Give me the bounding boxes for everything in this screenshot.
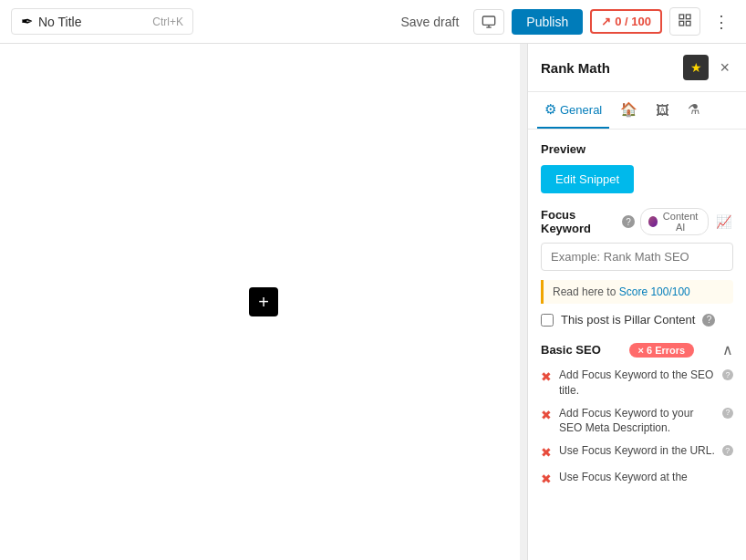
editor-area: + — [0, 44, 527, 560]
post-title: No Title — [38, 15, 81, 29]
monitor-button[interactable] — [473, 9, 504, 35]
shortcut-hint: Ctrl+K — [152, 16, 183, 28]
pillar-help-icon[interactable]: ? — [702, 314, 715, 327]
main-area: + Rank Math ★ × ⚙ General 🏠 🖼 ⚗ — [0, 44, 746, 560]
seo-item: ✖ Use Focus Keyword in the URL. ? — [541, 443, 733, 462]
tab-general[interactable]: ⚙ General — [537, 92, 609, 129]
editor-scrollbar[interactable] — [520, 44, 527, 560]
seo-item-text-2: Add Focus Keyword to your SEO Meta Descr… — [559, 406, 715, 437]
score-100-link[interactable]: Score 100/100 — [619, 285, 690, 298]
errors-badge-label: × 6 Errors — [638, 345, 686, 356]
rank-math-sidebar: Rank Math ★ × ⚙ General 🏠 🖼 ⚗ — [527, 44, 746, 560]
seo-error-icon-2: ✖ — [541, 407, 552, 425]
seo-item: ✖ Add Focus Keyword to the SEO title. ? — [541, 368, 733, 399]
focus-keyword-row: Focus Keyword ? Content AI 📈 — [541, 208, 733, 235]
rank-score-icon: ↗ — [601, 15, 611, 28]
focus-keyword-label: Focus Keyword — [541, 208, 616, 235]
edit-snippet-button[interactable]: Edit Snippet — [541, 165, 634, 193]
errors-badge: × 6 Errors — [629, 343, 695, 358]
preview-section-title: Preview — [541, 142, 733, 156]
seo-item-text-4: Use Focus Keyword at the — [559, 470, 688, 485]
svg-rect-0 — [483, 16, 495, 25]
trend-icon: 📈 — [716, 214, 731, 229]
seo-item-help-1[interactable]: ? — [722, 369, 733, 380]
seo-item: ✖ Add Focus Keyword to your SEO Meta Des… — [541, 406, 733, 437]
seo-error-icon-4: ✖ — [541, 471, 552, 489]
svg-rect-5 — [679, 21, 684, 26]
seo-error-icon-3: ✖ — [541, 444, 552, 462]
rank-score-value: 0 / 100 — [615, 15, 651, 28]
publish-button[interactable]: Publish — [512, 9, 583, 35]
score-hint: Read here to Score 100/100 — [541, 280, 733, 304]
svg-rect-6 — [686, 21, 690, 26]
content-ai-circle-icon — [648, 216, 658, 227]
sidebar-close-button[interactable]: × — [716, 57, 733, 79]
toolbar-left: ✒ No Title Ctrl+K — [11, 8, 386, 35]
basic-seo-header: Basic SEO × 6 Errors ∧ — [541, 341, 733, 358]
gear-icon: ⚙ — [544, 101, 556, 118]
more-options-button[interactable]: ⋮ — [708, 8, 735, 36]
layout-icon — [678, 13, 692, 27]
sidebar-content: Preview Edit Snippet Focus Keyword ? Con… — [528, 130, 746, 560]
sidebar-title: Rank Math — [541, 60, 683, 76]
seo-item-help-3[interactable]: ? — [722, 445, 733, 456]
sidebar-star-button[interactable]: ★ — [683, 55, 709, 80]
add-block-button[interactable]: + — [249, 287, 278, 316]
basic-seo-title: Basic SEO — [541, 343, 601, 357]
svg-rect-3 — [679, 15, 684, 19]
seo-item-help-2[interactable]: ? — [722, 408, 733, 419]
pillar-checkbox[interactable] — [541, 314, 554, 327]
svg-rect-4 — [686, 15, 690, 19]
title-area[interactable]: ✒ No Title Ctrl+K — [11, 8, 193, 35]
toolbar: ✒ No Title Ctrl+K Save draft Publish ↗ 0… — [0, 0, 746, 44]
pillar-row: This post is Pillar Content ? — [541, 313, 733, 327]
seo-error-icon-1: ✖ — [541, 368, 552, 387]
layout-button[interactable] — [669, 7, 700, 36]
basic-seo-collapse-button[interactable]: ∧ — [722, 341, 733, 358]
pillar-label: This post is Pillar Content — [561, 313, 695, 327]
seo-items-list: ✖ Add Focus Keyword to the SEO title. ? … — [541, 368, 733, 488]
star-icon: ★ — [690, 60, 702, 75]
focus-keyword-input[interactable] — [541, 243, 733, 271]
content-ai-button[interactable]: Content AI — [640, 208, 709, 235]
seo-item: ✖ Use Focus Keyword at the — [541, 470, 733, 489]
social-icon: 🏠 — [620, 101, 637, 118]
content-ai-label: Content AI — [660, 211, 700, 233]
sidebar-tabs: ⚙ General 🏠 🖼 ⚗ — [528, 92, 746, 130]
monitor-icon — [482, 15, 496, 29]
tab-advanced[interactable]: ⚗ — [680, 92, 707, 129]
tab-general-label: General — [560, 103, 602, 117]
advanced-icon: ⚗ — [688, 101, 699, 118]
seo-item-text-1: Add Focus Keyword to the SEO title. — [559, 368, 715, 399]
schema-icon: 🖼 — [656, 102, 669, 118]
sidebar-header: Rank Math ★ × — [528, 44, 746, 92]
rank-score-button[interactable]: ↗ 0 / 100 — [590, 9, 662, 34]
tab-social[interactable]: 🏠 — [613, 92, 645, 129]
save-draft-button[interactable]: Save draft — [393, 11, 466, 33]
toolbar-right: Save draft Publish ↗ 0 / 100 ⋮ — [393, 7, 735, 36]
pen-icon: ✒ — [21, 13, 33, 30]
trend-button[interactable]: 📈 — [714, 214, 733, 229]
score-hint-text-before: Read here to — [553, 285, 619, 298]
focus-keyword-help-icon[interactable]: ? — [622, 215, 635, 228]
tab-schema[interactable]: 🖼 — [648, 93, 677, 129]
seo-item-text-3: Use Focus Keyword in the URL. — [559, 443, 715, 459]
